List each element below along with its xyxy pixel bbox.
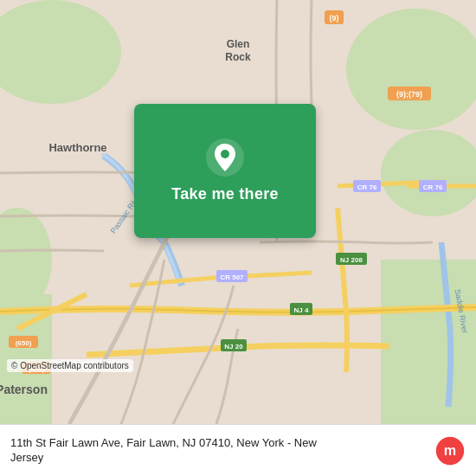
svg-text:Glen: Glen: [227, 38, 250, 50]
svg-text:NJ 20: NJ 20: [224, 343, 243, 351]
svg-text:CR 76: CR 76: [357, 183, 377, 191]
attribution-text: © OpenStreetMap contributors: [11, 361, 129, 370]
location-pin-icon: [206, 138, 244, 177]
svg-text:Rock: Rock: [225, 51, 251, 63]
svg-text:(650): (650): [16, 339, 32, 347]
svg-text:Hawthorne: Hawthorne: [48, 141, 106, 154]
svg-text:Paterson: Paterson: [0, 383, 48, 396]
action-card: Take me there: [134, 104, 316, 238]
svg-text:NJ 208: NJ 208: [340, 256, 363, 264]
svg-text:m: m: [444, 442, 456, 458]
svg-text:NJ 4: NJ 4: [294, 306, 309, 314]
svg-rect-4: [381, 260, 476, 424]
svg-point-34: [221, 150, 229, 158]
svg-text:(9);(79): (9);(79): [396, 90, 422, 99]
attribution-bar: © OpenStreetMap contributors: [7, 359, 133, 372]
moovit-icon: m: [434, 435, 466, 466]
footer: 11th St Fair Lawn Ave, Fair Lawn, NJ 074…: [0, 424, 476, 476]
svg-text:CR 507: CR 507: [220, 273, 244, 281]
svg-text:CR 76: CR 76: [423, 183, 443, 191]
address-text: 11th St Fair Lawn Ave, Fair Lawn, NJ 074…: [10, 436, 339, 466]
map-container: (9) (9);(79) CR 76 CR 76 CR 507 NJ 208 N…: [0, 0, 476, 424]
take-me-there-button[interactable]: Take me there: [171, 185, 279, 203]
moovit-logo: m: [434, 435, 466, 466]
svg-text:(9): (9): [330, 14, 339, 23]
